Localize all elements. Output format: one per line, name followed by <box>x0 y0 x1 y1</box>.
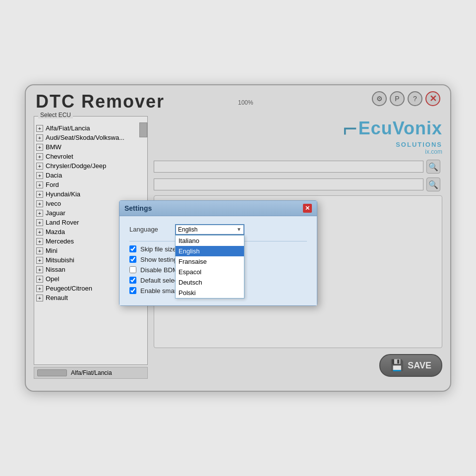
language-select-container: English ▼ ItalianoEnglishFransaiseEspaco… <box>175 224 244 235</box>
app-window: DTC Remover 100% ⚙ P ? ✕ Select ECU +Alf… <box>25 84 451 392</box>
language-select-box[interactable]: English ▼ <box>175 224 244 235</box>
language-current-value: English <box>178 226 197 233</box>
dialog-checkbox[interactable] <box>129 256 136 263</box>
dialog-checkbox[interactable] <box>129 287 136 294</box>
dialog-close-button[interactable]: ✕ <box>303 204 312 213</box>
dialog-title-bar: Settings ✕ <box>119 201 317 216</box>
settings-overlay: Settings ✕ Language English ▼ ItalianoEn… <box>26 85 450 391</box>
language-option[interactable]: Polski <box>176 288 244 298</box>
language-label: Language <box>129 226 169 233</box>
language-option[interactable]: English <box>176 246 244 256</box>
dropdown-arrow-icon: ▼ <box>237 227 241 232</box>
dialog-checkbox[interactable] <box>129 245 136 252</box>
dialog-checkbox[interactable] <box>129 266 136 273</box>
settings-dialog: Settings ✕ Language English ▼ ItalianoEn… <box>119 200 317 306</box>
dialog-body: Language English ▼ ItalianoEnglishFransa… <box>119 216 317 305</box>
language-option[interactable]: Fransaise <box>176 256 244 267</box>
language-row: Language English ▼ ItalianoEnglishFransa… <box>129 224 307 235</box>
dialog-title: Settings <box>124 204 152 212</box>
language-option[interactable]: Italiano <box>176 236 244 246</box>
language-option[interactable]: Deutsch <box>176 277 244 288</box>
dialog-checkbox[interactable] <box>129 277 136 284</box>
language-option[interactable]: Espacol <box>176 267 244 277</box>
language-dropdown: ItalianoEnglishFransaiseEspacolDeutschPo… <box>175 235 244 298</box>
